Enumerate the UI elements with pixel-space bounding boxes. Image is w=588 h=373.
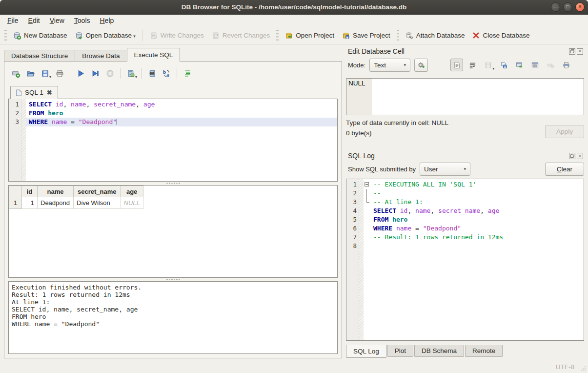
open-project-button[interactable]: Open Project	[281, 29, 338, 42]
write-changes-button[interactable]: Write Changes	[146, 29, 208, 42]
format-sql-button[interactable]	[181, 67, 194, 80]
sql-log-fold-column[interactable]	[364, 179, 370, 340]
bottom-tab-sql-log[interactable]: SQL Log	[346, 345, 386, 358]
fold-marker	[364, 215, 370, 224]
menu-file[interactable]: File	[3, 15, 23, 26]
close-database-icon	[472, 32, 480, 39]
cell-editor[interactable]: NULL	[346, 78, 584, 115]
export-cell-data-button[interactable]	[497, 59, 510, 71]
execute-all-button[interactable]	[74, 67, 87, 80]
gear-icon	[417, 61, 425, 69]
sql-document-tab[interactable]: SQL 1 ✖	[10, 86, 58, 99]
find-replace-button[interactable]: ba	[160, 67, 173, 80]
message-line: WHERE name = "Deadpond"	[12, 320, 334, 328]
sql-log-title: SQL Log	[348, 152, 375, 160]
maximize-button[interactable]: ▢	[563, 2, 572, 12]
open-database-button[interactable]: Open Database ▾	[71, 29, 140, 42]
sql-log-editor[interactable]: 12345678 -- EXECUTING ALL IN 'SQL 1'----…	[346, 179, 584, 341]
sql-log-float-icon[interactable]	[569, 153, 575, 159]
results-grid[interactable]: idnamesecret_nameage 11DeadpondDive Wils…	[8, 185, 338, 278]
find-button[interactable]	[145, 67, 158, 80]
tab-database-structure[interactable]: Database Structure	[4, 50, 75, 62]
print-cell-button[interactable]	[560, 59, 572, 71]
close-button[interactable]: ×	[575, 2, 585, 12]
text-mode-button[interactable]	[450, 59, 463, 71]
execute-line-button[interactable]	[89, 67, 101, 80]
new-database-button[interactable]: New Database	[9, 29, 71, 42]
results-cell[interactable]: NULL	[121, 197, 143, 209]
save-project-button[interactable]: Save Project	[338, 29, 394, 42]
import-cell-data-button[interactable]: ▾	[482, 59, 494, 71]
new-sql-tab-button[interactable]	[9, 67, 22, 80]
execution-message-panel[interactable]: Execution finished without errors.Result…	[8, 281, 338, 354]
message-line: Execution finished without errors.	[12, 284, 334, 291]
close-database-button[interactable]: Close Database	[468, 29, 533, 41]
table-row: 11DeadpondDive WilsonNULL	[9, 197, 143, 209]
statusbar: UTF-8	[0, 360, 588, 373]
attach-database-button[interactable]: Attach Database	[402, 29, 469, 42]
tab-browse-data[interactable]: Browse Data	[75, 50, 127, 62]
menu-help[interactable]: Help	[96, 15, 119, 26]
open-sql-file-button[interactable]	[24, 67, 37, 80]
bottom-tab-plot[interactable]: Plot	[387, 345, 413, 357]
tab-execute-sql[interactable]: Execute SQL	[127, 48, 181, 62]
apply-button[interactable]: Apply	[545, 125, 584, 138]
encoding-indicator[interactable]: UTF-8	[556, 363, 574, 371]
sql-tab-close-icon[interactable]: ✖	[46, 89, 53, 96]
edit-cell-close-icon[interactable]: ×	[577, 48, 583, 55]
log-source-select[interactable]: User ▾	[420, 163, 470, 176]
editor-results-splitter[interactable]	[8, 182, 338, 185]
word-wrap-button[interactable]	[466, 59, 479, 71]
results-column-header[interactable]: secret_name	[74, 186, 121, 197]
sql-toolbar-separator	[120, 68, 121, 79]
code-line: -- Result: 1 rows returned in 12ms	[370, 233, 584, 242]
copy-link-button[interactable]	[528, 59, 541, 71]
auto-apply-button[interactable]	[414, 59, 428, 72]
collapse-icon[interactable]	[365, 182, 369, 186]
menu-view[interactable]: View	[45, 15, 69, 26]
sql-editor[interactable]: 123 SELECT id, name, secret_name, ageFRO…	[8, 99, 338, 182]
results-column-header[interactable]: id	[22, 186, 38, 197]
save-project-label: Save Project	[353, 32, 390, 39]
sql-log-close-icon[interactable]: ×	[577, 153, 583, 159]
stop-execution-button[interactable]	[103, 67, 116, 80]
execute-sql-panel: ▾ ▾ ba	[4, 61, 342, 358]
resize-grip[interactable]	[580, 365, 586, 371]
line-number: 1	[11, 100, 19, 109]
toolbar-grip[interactable]	[276, 30, 279, 41]
clear-log-button[interactable]: Clear	[545, 163, 584, 176]
attach-database-label: Attach Database	[416, 32, 465, 39]
results-cell[interactable]: 1	[22, 197, 38, 209]
minimize-button[interactable]: —	[551, 2, 560, 12]
mode-select[interactable]: Text ▾	[369, 59, 410, 72]
save-sql-file-button[interactable]: ▾	[39, 67, 51, 80]
revert-changes-button[interactable]: Revert Changes	[208, 29, 274, 42]
menu-tools[interactable]: Tools	[70, 15, 95, 26]
sql-editor-code[interactable]: SELECT id, name, secret_name, ageFROM he…	[26, 99, 337, 181]
export-results-button[interactable]: ▾	[124, 67, 137, 80]
edit-cell-float-icon[interactable]	[569, 48, 575, 55]
toolbar-grip[interactable]	[397, 30, 399, 41]
set-null-button[interactable]	[544, 59, 557, 71]
open-database-dropdown-arrow[interactable]: ▾	[133, 34, 136, 40]
main-tab-bar: Database StructureBrowse DataExecute SQL	[4, 48, 342, 62]
results-cell[interactable]: Deadpond	[38, 197, 74, 209]
fold-marker[interactable]	[364, 180, 370, 189]
message-line: SELECT id, name, secret_name, age	[12, 306, 334, 313]
results-message-splitter[interactable]	[8, 278, 338, 281]
code-line: -- EXECUTING ALL IN 'SQL 1'	[370, 180, 584, 189]
save-sql-dropdown-arrow[interactable]: ▾	[49, 75, 51, 79]
print-sql-button[interactable]	[53, 67, 66, 80]
bottom-tab-db-schema[interactable]: DB Schema	[414, 345, 464, 357]
results-column-header[interactable]: name	[38, 186, 74, 197]
toolbar-grip[interactable]	[4, 30, 7, 41]
menu-edit[interactable]: Edit	[24, 15, 44, 26]
open-in-external-app-button[interactable]	[513, 59, 526, 71]
row-header[interactable]: 1	[9, 197, 22, 209]
new-database-icon	[13, 32, 21, 40]
results-cell[interactable]: Dive Wilson	[74, 197, 121, 209]
titlebar[interactable]: DB Browser for SQLite - /home/user/code/…	[0, 0, 588, 15]
bottom-tab-remote[interactable]: Remote	[465, 345, 503, 357]
export-results-dropdown-arrow[interactable]: ▾	[135, 75, 137, 79]
results-column-header[interactable]: age	[121, 186, 143, 197]
